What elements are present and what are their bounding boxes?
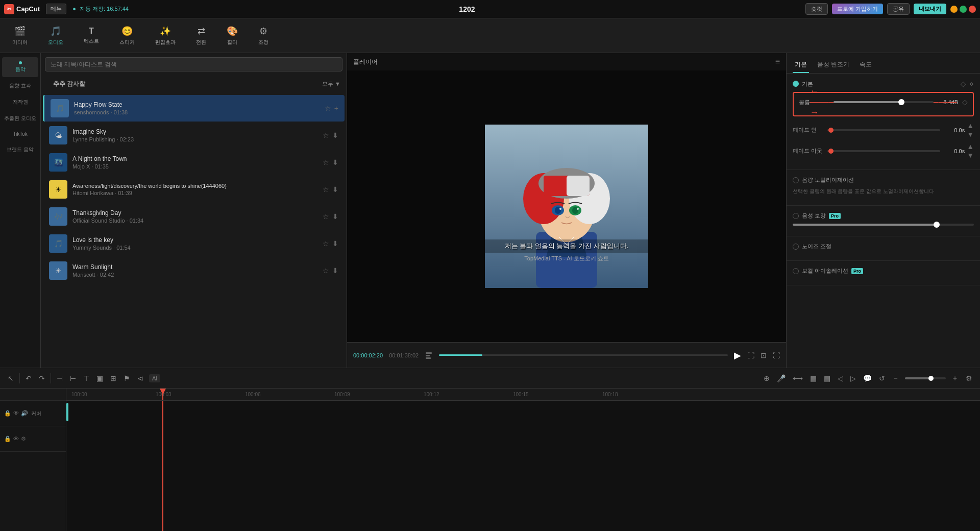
pip-button[interactable]: ⊡ bbox=[761, 351, 767, 359]
sidebar-item-extracted[interactable]: 추출된 오디오 bbox=[2, 111, 38, 126]
basic-menu-icon[interactable]: ⋄ bbox=[969, 80, 974, 88]
sidebar-item-music[interactable]: 음악 bbox=[2, 57, 38, 77]
fade-in-thumb[interactable] bbox=[828, 128, 834, 133]
zoom-out[interactable]: － bbox=[891, 372, 901, 384]
noise-toggle[interactable] bbox=[793, 244, 799, 250]
flag-button[interactable]: ⚑ bbox=[122, 373, 132, 384]
audio-lock-icon[interactable]: 🔒 bbox=[4, 436, 11, 442]
prev-frame[interactable]: ◁ bbox=[836, 373, 845, 384]
fade-in-up[interactable]: ▲ bbox=[967, 122, 974, 130]
fade-out-down[interactable]: ▼ bbox=[967, 151, 974, 159]
shortcuts-button[interactable]: 숏컷 bbox=[805, 3, 828, 15]
zoom-thumb[interactable] bbox=[928, 376, 934, 381]
sidebar-item-brand[interactable]: 브랜드 음악 bbox=[2, 142, 38, 157]
enhance-slider[interactable] bbox=[793, 224, 974, 226]
tool-media[interactable]: 🎬 미디어 bbox=[8, 23, 32, 48]
close-button[interactable] bbox=[969, 6, 976, 13]
list-item[interactable]: 🌤 Imagine Sky Lynne Publishing · 02:23 ☆… bbox=[43, 122, 345, 149]
tab-speed[interactable]: 속도 bbox=[857, 57, 874, 73]
progress-bar[interactable] bbox=[439, 354, 728, 356]
sidebar-item-effects[interactable]: 음향 효과 bbox=[2, 78, 38, 93]
list-item[interactable]: ☀ Warm Sunlight Mariscott · 02:42 ☆ ⬇ bbox=[43, 257, 345, 284]
sidebar-item-copyright[interactable]: 저작권 bbox=[2, 94, 38, 110]
audio-visible-icon[interactable]: 👁 bbox=[13, 436, 19, 442]
mic-button[interactable]: 🎤 bbox=[775, 373, 787, 384]
split2-button[interactable]: ⊢ bbox=[68, 373, 78, 384]
pro-button[interactable]: 프로에 가입하기 bbox=[832, 4, 883, 14]
track-visible-icon[interactable]: 👁 bbox=[13, 410, 19, 417]
tool-audio[interactable]: 🎵 오디오 bbox=[44, 23, 67, 48]
tool-text[interactable]: T 텍스트 bbox=[80, 25, 103, 47]
list-item[interactable]: 🎶 Thanksgiving Day Official Sound Studio… bbox=[43, 203, 345, 230]
tab-basic[interactable]: 기본 bbox=[793, 57, 809, 73]
tool-effects[interactable]: ✨ 편집효과 bbox=[151, 23, 180, 48]
ai-button[interactable]: AI bbox=[149, 374, 160, 382]
next-frame[interactable]: ▷ bbox=[849, 373, 857, 384]
minimize-button[interactable] bbox=[950, 6, 958, 13]
download-button[interactable]: ⬇ bbox=[332, 267, 338, 275]
download-button[interactable]: ⬇ bbox=[332, 212, 338, 221]
speech-bubble[interactable]: 💬 bbox=[862, 373, 873, 384]
track-mute-icon[interactable]: 🔊 bbox=[21, 410, 28, 417]
favorite-button[interactable]: ☆ bbox=[323, 131, 329, 139]
maximize-button[interactable] bbox=[960, 6, 967, 13]
all-button[interactable]: 모두 ▼ bbox=[322, 80, 340, 88]
volume-reset-icon[interactable]: ◇ bbox=[962, 98, 968, 106]
list-item[interactable]: 🌃 A Night on the Town Mojo X · 01:35 ☆ ⬇ bbox=[43, 149, 345, 176]
expand-button[interactable]: ⛶ bbox=[773, 351, 780, 359]
enhance-thumb[interactable] bbox=[934, 222, 940, 228]
share-button[interactable]: 공유 bbox=[887, 3, 910, 15]
list-item[interactable]: 🎵 Happy Flow State senshomoods · 01:38 ☆… bbox=[43, 95, 345, 122]
redo-button[interactable]: ↷ bbox=[37, 373, 46, 384]
loop-button[interactable]: ↺ bbox=[877, 373, 887, 384]
download-button[interactable]: ⬇ bbox=[332, 185, 338, 194]
settings-button[interactable]: ⚙ bbox=[964, 373, 974, 384]
vocal-iso-toggle[interactable] bbox=[793, 268, 799, 274]
audio-clip[interactable]: Happy Flow State bbox=[66, 403, 68, 421]
resize-button[interactable]: ⊞ bbox=[109, 373, 118, 384]
crop-button[interactable]: ▣ bbox=[95, 373, 105, 384]
magnet-icon[interactable]: ⊕ bbox=[762, 373, 771, 384]
audio-mute-icon[interactable]: ⚙ bbox=[21, 436, 26, 442]
list-item[interactable]: 🎵 Love is the key Yummy Sounds · 01:54 ☆… bbox=[43, 230, 345, 257]
tool-sticker[interactable]: 😊 스티커 bbox=[115, 23, 139, 48]
split-button[interactable]: ⊣ bbox=[55, 373, 64, 384]
fade-in-slider[interactable] bbox=[827, 129, 940, 131]
marker-button[interactable]: ⊲ bbox=[136, 373, 145, 384]
basic-toggle[interactable] bbox=[793, 81, 799, 87]
cursor-tool[interactable]: ↖ bbox=[6, 373, 15, 384]
download-button[interactable]: ⬇ bbox=[332, 131, 338, 139]
tool-adjust[interactable]: ⚙ 조정 bbox=[254, 23, 273, 48]
favorite-button[interactable]: ☆ bbox=[325, 104, 331, 112]
fade-in-down[interactable]: ▼ bbox=[967, 130, 974, 138]
list-item[interactable]: ☀ Awareness/light/discovery/the world be… bbox=[43, 176, 345, 203]
add-button[interactable]: + bbox=[334, 104, 338, 112]
video-tool[interactable]: ▦ bbox=[808, 373, 818, 384]
sidebar-item-tiktok[interactable]: TikTok bbox=[2, 127, 38, 141]
fade-out-slider[interactable] bbox=[827, 150, 940, 152]
audio-tool[interactable]: ▤ bbox=[822, 373, 832, 384]
track-lock-icon[interactable]: 🔒 bbox=[4, 410, 11, 417]
normalize-toggle[interactable] bbox=[793, 177, 799, 183]
menu-button[interactable]: 메뉴 bbox=[46, 4, 66, 14]
tab-voice-change[interactable]: 음성 변조기 bbox=[815, 57, 851, 73]
favorite-button[interactable]: ☆ bbox=[323, 267, 329, 275]
tool-transition[interactable]: ⇄ 전환 bbox=[192, 23, 210, 48]
fade-out-thumb[interactable] bbox=[828, 149, 834, 154]
tool-filter[interactable]: 🎨 필터 bbox=[223, 23, 242, 48]
zoom-in[interactable]: ＋ bbox=[950, 372, 960, 384]
download-button[interactable]: ⬇ bbox=[332, 239, 338, 248]
split3-button[interactable]: ⊤ bbox=[82, 373, 91, 384]
favorite-button[interactable]: ☆ bbox=[323, 158, 329, 166]
voice-enhance-toggle[interactable] bbox=[793, 213, 799, 219]
favorite-button[interactable]: ☆ bbox=[323, 185, 329, 194]
favorite-button[interactable]: ☆ bbox=[323, 212, 329, 221]
basic-collapse-icon[interactable]: ◇ bbox=[961, 80, 966, 88]
volume-slider[interactable] bbox=[834, 101, 934, 103]
download-button[interactable]: ⬇ bbox=[332, 158, 338, 166]
favorite-button[interactable]: ☆ bbox=[323, 239, 329, 248]
export-button[interactable]: 내보내기 bbox=[914, 4, 946, 14]
play-button[interactable]: ▶ bbox=[734, 350, 741, 361]
undo-button[interactable]: ↶ bbox=[24, 373, 33, 384]
search-input[interactable] bbox=[45, 57, 342, 71]
